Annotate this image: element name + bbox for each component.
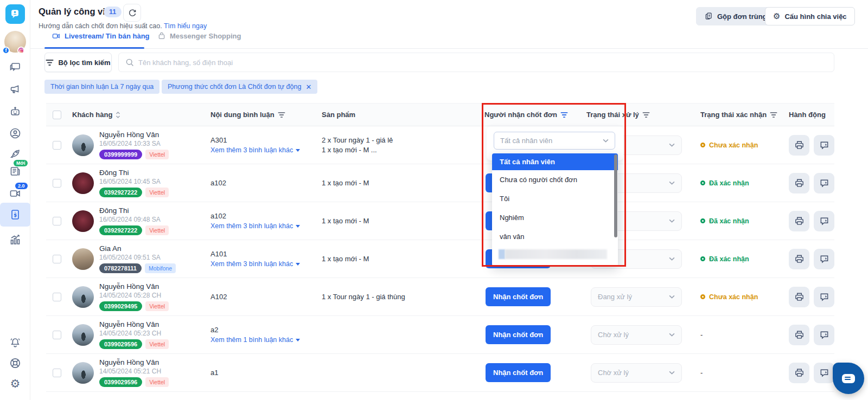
dropdown-option-nghiem[interactable]: Nghiêm xyxy=(492,208,618,227)
receiver-select[interactable]: Tất cả nhân viên xyxy=(494,132,615,150)
chevron-down-icon xyxy=(669,295,675,299)
confirm-status-label: Chưa xác nhận xyxy=(709,141,758,149)
confirm-status: Đã xác nhận xyxy=(700,179,749,187)
filter-icon[interactable] xyxy=(770,112,777,118)
tasks-table: Khách hàng Nội dung bình luận Sản phẩm N… xyxy=(46,103,834,392)
filter-button-label: Bộ lọc tìm kiếm xyxy=(58,59,110,67)
sidebar-item-orders[interactable] xyxy=(0,203,30,227)
sidebar-item-settings[interactable]: ⚙ xyxy=(0,373,30,395)
close-icon[interactable]: ✕ xyxy=(305,83,311,91)
confirm-status-label: Đã xác nhận xyxy=(709,179,749,187)
print-button[interactable] xyxy=(789,363,809,383)
row-checkbox[interactable] xyxy=(53,331,61,339)
filter-icon[interactable] xyxy=(642,112,650,118)
status-ring-icon xyxy=(700,143,705,147)
tab-messenger-shopping[interactable]: Messenger Shopping xyxy=(157,31,241,40)
confirm-status: Đã xác nhận xyxy=(700,217,749,225)
filter-icon-active[interactable] xyxy=(560,112,568,118)
receive-order-button[interactable]: Nhận chốt đơn xyxy=(486,325,551,344)
view-more-comments-link[interactable]: Xem thêm 1 bình luận khác xyxy=(210,336,300,344)
processing-status-select[interactable]: Chờ xử lý xyxy=(591,363,682,383)
work-config-label: Cấu hình chia việc xyxy=(784,12,846,21)
chevron-down-icon xyxy=(669,371,675,375)
search-icon xyxy=(125,58,134,67)
refresh-icon xyxy=(128,9,137,17)
confirm-status-label: Đã xác nhận xyxy=(709,217,749,225)
row-checkbox[interactable] xyxy=(53,141,61,150)
dropdown-option-me[interactable]: Tôi xyxy=(492,189,618,208)
processing-status-value: Chờ xử lý xyxy=(598,369,629,377)
row-checkbox[interactable] xyxy=(53,255,61,263)
print-button[interactable] xyxy=(789,173,809,193)
dropdown-option-redacted[interactable] xyxy=(499,249,607,259)
receive-order-button[interactable]: Nhận chốt đơn xyxy=(486,363,551,382)
sidebar-item-marketing[interactable] xyxy=(0,79,30,100)
table-row: Đông Thi 16/05/2024 09:48 SA 0392927222 … xyxy=(46,202,834,240)
tab-livestream[interactable]: Livestream/ Tin bán hàng xyxy=(52,31,150,41)
phone-badge: 0399029596 xyxy=(99,377,142,387)
row-checkbox[interactable] xyxy=(53,369,61,377)
customer-avatar xyxy=(72,324,94,346)
phone-badge: 0392927222 xyxy=(99,225,142,235)
dropdown-option-vanvan[interactable]: vân vân xyxy=(492,227,618,246)
refresh-button[interactable] xyxy=(123,4,141,22)
app-logo[interactable] xyxy=(5,4,25,24)
receive-order-button[interactable]: Nhận chốt đơn xyxy=(486,287,551,306)
comment-text: A301 xyxy=(210,136,227,144)
col-product: Sản phẩm xyxy=(322,111,355,119)
merge-orders-button[interactable]: Gộp đơn trùng xyxy=(696,7,775,25)
learn-more-link[interactable]: Tìm hiểu ngay xyxy=(164,22,207,30)
customer-avatar xyxy=(72,172,94,194)
table-row: Nguyễn Hồng Vân 14/05/2024 05:23 CH 0399… xyxy=(46,316,834,354)
sidebar-item-chatbot[interactable] xyxy=(0,101,30,122)
dropdown-scrollbar[interactable] xyxy=(614,154,617,237)
view-more-comments-link[interactable]: Xem thêm 3 bình luận khác xyxy=(210,260,300,268)
row-checkbox[interactable] xyxy=(53,293,61,301)
comment-button[interactable] xyxy=(814,211,834,231)
chip-label: Phương thức chốt đơn Là Chốt đơn tự động xyxy=(168,83,301,91)
select-all-checkbox[interactable] xyxy=(53,111,61,119)
sidebar-item-conversations[interactable] xyxy=(0,56,30,78)
dropdown-option-unassigned[interactable]: Chưa có người chốt đơn xyxy=(492,170,618,189)
shopping-bag-icon xyxy=(157,31,166,40)
chip-label: Thời gian bình luận Là 7 ngày qua xyxy=(50,83,154,91)
print-button[interactable] xyxy=(789,135,809,156)
processing-status-select[interactable]: Chờ xử lý xyxy=(591,325,682,345)
view-more-label: Xem thêm 3 bình luận khác xyxy=(210,146,293,154)
view-more-comments-link[interactable]: Xem thêm 3 bình luận khác xyxy=(210,222,300,230)
filter-button[interactable]: Bộ lọc tìm kiếm xyxy=(44,53,112,72)
search-input[interactable] xyxy=(138,59,827,67)
row-checkbox[interactable] xyxy=(53,179,61,188)
sidebar: f Mới 2.0 ⚙ xyxy=(0,0,30,400)
sidebar-item-notifications[interactable] xyxy=(0,332,30,353)
dropdown-option-all-staff[interactable]: Tất cả nhân viên xyxy=(492,153,618,170)
comment-button[interactable] xyxy=(814,135,834,156)
sidebar-item-analytics[interactable] xyxy=(0,229,30,250)
chat-widget-launcher[interactable] xyxy=(833,363,864,394)
product-line-2: 1 x tạo mới - M ... xyxy=(322,146,377,154)
comment-button[interactable] xyxy=(814,249,834,269)
table-header-row: Khách hàng Nội dung bình luận Sản phẩm N… xyxy=(46,103,834,126)
work-config-button[interactable]: ⚙ Cấu hình chia việc xyxy=(765,7,855,25)
active-tab-underline xyxy=(44,47,144,49)
processing-status-select[interactable]: Đang xử lý xyxy=(591,287,682,307)
sidebar-item-contacts[interactable] xyxy=(0,122,30,144)
print-button[interactable] xyxy=(789,325,809,345)
view-more-comments-link[interactable]: Xem thêm 3 bình luận khác xyxy=(210,146,300,154)
printer-icon xyxy=(794,254,805,264)
row-checkbox[interactable] xyxy=(53,217,61,225)
comment-button[interactable] xyxy=(814,173,834,193)
comment-button[interactable] xyxy=(814,287,834,307)
sidebar-item-support[interactable] xyxy=(0,352,30,374)
confirm-status: - xyxy=(700,369,703,377)
filter-icon[interactable] xyxy=(278,112,285,118)
comment-button[interactable] xyxy=(814,363,834,383)
print-button[interactable] xyxy=(789,211,809,231)
contact-icon xyxy=(9,127,22,140)
table-row: Gia An 16/05/2024 09:51 SA 0782278111 Mo… xyxy=(46,240,834,278)
print-button[interactable] xyxy=(789,249,809,269)
comment-button[interactable] xyxy=(814,325,834,345)
print-button[interactable] xyxy=(789,287,809,307)
sort-icon[interactable] xyxy=(116,111,120,119)
chat-square-icon xyxy=(819,216,829,226)
